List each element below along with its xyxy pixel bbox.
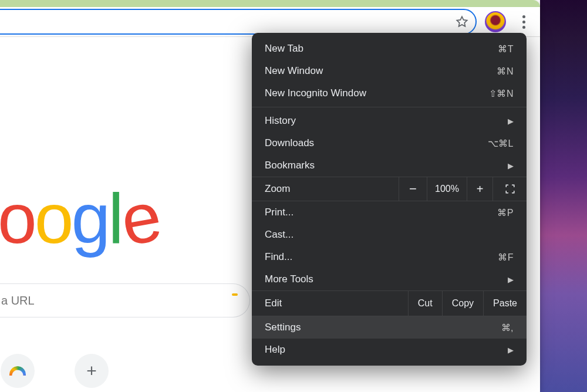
chevron-right-icon: ▶ <box>508 117 514 126</box>
voice-search-icon[interactable] <box>232 293 238 296</box>
shortcuts-row: b Store + Add shortcut <box>0 354 113 392</box>
shortcut-web-store[interactable]: b Store <box>0 354 39 392</box>
google-logo: oogle <box>0 178 158 259</box>
zoom-in-button[interactable]: + <box>467 177 492 201</box>
menu-cast[interactable]: Cast... <box>252 224 527 246</box>
chevron-right-icon: ▶ <box>508 275 514 284</box>
chrome-menu-button[interactable] <box>513 11 534 32</box>
chevron-right-icon: ▶ <box>508 161 514 170</box>
bookmark-star-icon[interactable] <box>456 15 468 28</box>
bookmark-bar-strip <box>0 0 540 7</box>
browser-toolbar <box>0 7 540 36</box>
menu-new-incognito[interactable]: New Incognito Window ⇧⌘N <box>252 82 527 104</box>
menu-zoom-label: Zoom <box>252 177 399 201</box>
search-placeholder: a URL <box>1 294 35 307</box>
plus-icon: + <box>75 354 109 388</box>
vertical-dots-icon <box>522 15 525 29</box>
menu-history[interactable]: History ▶ <box>252 110 527 132</box>
chrome-main-menu: New Tab ⌘T New Window ⌘N New Incognito W… <box>252 33 527 366</box>
menu-edit-row: Edit Cut Copy Paste <box>252 290 527 316</box>
profile-avatar[interactable] <box>485 11 506 32</box>
menu-separator <box>252 107 527 107</box>
chrome-window: oogle a URL b Store + Add shortcut New T… <box>0 0 540 392</box>
menu-downloads[interactable]: Downloads ⌥⌘L <box>252 132 527 154</box>
menu-find[interactable]: Find... ⌘F <box>252 246 527 268</box>
fullscreen-icon <box>505 184 515 194</box>
menu-new-window[interactable]: New Window ⌘N <box>252 60 527 82</box>
menu-cut[interactable]: Cut <box>408 291 442 316</box>
menu-edit-label: Edit <box>252 291 408 316</box>
zoom-out-button[interactable]: − <box>399 177 427 201</box>
menu-more-tools[interactable]: More Tools ▶ <box>252 268 527 290</box>
shortcut-add[interactable]: + Add shortcut <box>70 354 113 392</box>
address-bar[interactable] <box>0 9 477 35</box>
menu-bookmarks[interactable]: Bookmarks ▶ <box>252 154 527 177</box>
menu-paste[interactable]: Paste <box>483 291 527 316</box>
chevron-right-icon: ▶ <box>508 346 514 354</box>
zoom-value: 100% <box>427 177 467 201</box>
menu-copy[interactable]: Copy <box>442 291 483 316</box>
search-input[interactable]: a URL <box>0 283 250 317</box>
web-store-icon <box>9 366 26 376</box>
menu-new-tab[interactable]: New Tab ⌘T <box>252 38 527 60</box>
menu-settings[interactable]: Settings ⌘, <box>252 316 527 339</box>
menu-help[interactable]: Help ▶ <box>252 339 527 361</box>
fullscreen-button[interactable] <box>492 177 527 201</box>
desktop-wallpaper <box>540 0 587 392</box>
menu-print[interactable]: Print... ⌘P <box>252 201 527 224</box>
menu-zoom-row: Zoom − 100% + <box>252 177 527 201</box>
